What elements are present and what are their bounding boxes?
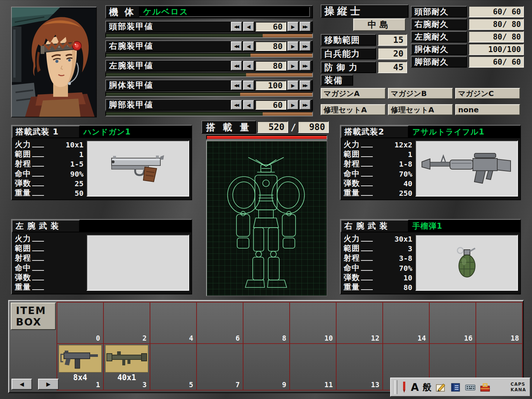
armor-row-right-arm: 右腕装甲値 ◀◀ ◀ 80 ▶ ▶▶ — [105, 40, 313, 58]
right-arrow-icon: ▶ — [46, 381, 51, 388]
left-arrow-icon: ◀ — [247, 102, 250, 108]
stat-underline — [32, 241, 44, 242]
item-cell[interactable]: 10 — [290, 303, 337, 344]
item-tile[interactable] — [59, 345, 102, 372]
stat-value: 50 — [75, 190, 83, 197]
weapon-name[interactable]: ハンドガン1 — [80, 126, 191, 138]
itembox-next-button[interactable]: ▶ — [38, 379, 59, 390]
item-cell[interactable]: 0 — [57, 303, 104, 344]
item-tile[interactable] — [105, 345, 148, 372]
ime-keyboard-icon[interactable] — [465, 382, 476, 393]
right-arm-weapon-panel: 右 腕 武 装 手榴弾1 火力30x1 範囲3 射程3-8 命中70% 弾数10… — [340, 219, 521, 294]
ime-conversion-mode[interactable]: 般 — [423, 381, 432, 393]
caps-indicator[interactable]: CAPS — [511, 382, 526, 387]
item-cell[interactable]: 4 — [150, 303, 197, 344]
double-left-arrow-icon: ◀◀ — [234, 83, 238, 88]
durability-value: 80/ 80 — [468, 31, 524, 42]
decrement-button[interactable]: ◀ — [243, 81, 254, 90]
stat-label: 重量 — [344, 283, 360, 291]
item-cell[interactable]: 11 — [290, 344, 337, 391]
left-arrow-icon: ◀ — [247, 63, 250, 69]
item-cell[interactable]: 8 — [243, 303, 290, 344]
decrement-button[interactable]: ◀ — [243, 22, 254, 31]
item-cell[interactable]: 14 — [383, 303, 430, 344]
stat-label: 弾数 — [15, 274, 31, 282]
weapon-name[interactable]: アサルトライフル1 — [409, 126, 520, 138]
item-cell[interactable]: 6 — [197, 303, 243, 344]
weapon-panel-title: 右 腕 武 装 — [341, 220, 409, 232]
item-cell[interactable]: 40x1 3 — [104, 344, 150, 391]
weapon-image-well[interactable] — [415, 140, 518, 197]
weapon-name[interactable] — [80, 220, 191, 232]
item-cell[interactable]: 9 — [243, 344, 290, 391]
durability-value: 80/ 80 — [468, 18, 524, 30]
item-cell[interactable]: 8x4 1 — [57, 344, 104, 391]
ime-book-icon[interactable] — [450, 382, 461, 393]
increment-button[interactable]: ▶ — [287, 22, 299, 31]
double-right-arrow-icon: ▶▶ — [303, 24, 307, 29]
item-cell-number: 18 — [511, 334, 519, 342]
decrement-button[interactable]: ◀ — [243, 100, 254, 110]
pilot-stat-value: 15 — [378, 34, 407, 46]
item-cell[interactable]: 2 — [104, 303, 150, 344]
weapon-image-well[interactable] — [86, 235, 189, 291]
item-cell[interactable]: 16 — [430, 303, 476, 344]
kana-indicator[interactable]: KANA — [511, 387, 526, 393]
item-cell[interactable]: 12 — [337, 303, 383, 344]
stat-underline — [361, 241, 373, 242]
decrement-fast-button[interactable]: ◀◀ — [231, 81, 242, 90]
equipment-slot[interactable]: マガジンC — [455, 88, 520, 99]
machine-panel: 機 体 ケルベロス 頭部装甲値 ◀◀ ◀ 60 ▶ ▶▶ 右腕装甲値 ◀◀ — [105, 5, 313, 116]
increment-button[interactable]: ▶ — [287, 81, 299, 90]
item-cell[interactable]: 13 — [337, 344, 383, 391]
handgun-icon — [106, 152, 169, 185]
item-cell[interactable]: 5 — [150, 344, 197, 391]
right-arrow-icon: ▶ — [291, 83, 295, 88]
item-box-label-line2: BOX — [16, 316, 55, 328]
weapon-panel-title: 左 腕 武 装 — [12, 220, 80, 232]
weapon-image-well[interactable] — [86, 140, 189, 197]
decrement-button[interactable]: ◀ — [243, 61, 254, 71]
ime-dictionary-icon[interactable] — [435, 382, 446, 393]
item-cell-number: 16 — [464, 334, 473, 342]
weapon-panel-title: 搭載武装2 — [341, 126, 409, 138]
increment-fast-button[interactable]: ▶▶ — [300, 81, 311, 90]
decrement-fast-button[interactable]: ◀◀ — [231, 41, 242, 51]
equipment-slot[interactable]: 修理セットA — [321, 104, 386, 115]
ime-pen-icon[interactable] — [401, 382, 407, 393]
ime-drag-handle[interactable] — [395, 380, 398, 394]
decrement-fast-button[interactable]: ◀◀ — [231, 61, 242, 71]
item-cell[interactable]: 18 — [476, 303, 523, 344]
machine-name-field[interactable]: ケルベロス — [139, 7, 310, 17]
armor-gauge — [105, 53, 313, 58]
left-arrow-icon: ◀ — [247, 83, 250, 88]
increment-fast-button[interactable]: ▶▶ — [300, 41, 311, 51]
itembox-prev-button[interactable]: ◀ — [11, 379, 32, 390]
left-arrow-icon: ◀ — [20, 381, 24, 388]
increment-fast-button[interactable]: ▶▶ — [300, 22, 311, 31]
equipment-slot[interactable]: マガジンA — [321, 88, 386, 99]
stat-label: 火力 — [344, 141, 360, 149]
ime-toolbox-icon[interactable] — [480, 382, 491, 393]
increment-fast-button[interactable]: ▶▶ — [300, 61, 311, 71]
pilot-name-field[interactable]: 中島 — [353, 18, 406, 31]
item-cell[interactable]: 7 — [197, 344, 243, 391]
decrement-button[interactable]: ◀ — [243, 41, 254, 51]
armor-label: 右腕装甲値 — [109, 41, 153, 52]
increment-button[interactable]: ▶ — [287, 61, 299, 71]
equipment-slot[interactable]: マガジンB — [388, 88, 453, 99]
decrement-fast-button[interactable]: ◀◀ — [231, 22, 242, 31]
equipment-slot[interactable]: 修理セットA — [388, 104, 453, 115]
decrement-fast-button[interactable]: ◀◀ — [231, 100, 242, 110]
stat-label: 命中 — [344, 170, 360, 178]
increment-button[interactable]: ▶ — [287, 100, 299, 110]
ime-input-mode[interactable]: A — [411, 381, 419, 393]
armor-value: 60 — [255, 22, 286, 31]
increment-button[interactable]: ▶ — [287, 41, 299, 51]
weapon-image-well[interactable] — [415, 235, 518, 291]
stat-value: 70% — [399, 265, 412, 272]
armor-label: 頭部装甲値 — [109, 21, 153, 32]
equipment-slot[interactable]: none — [455, 104, 520, 115]
weapon-name[interactable]: 手榴弾1 — [409, 220, 520, 232]
increment-fast-button[interactable]: ▶▶ — [300, 100, 311, 110]
